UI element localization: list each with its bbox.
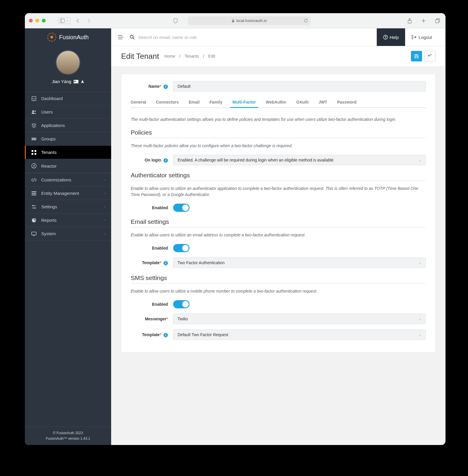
svg-rect-17 [35,153,36,155]
tab-password[interactable]: Password [337,97,357,107]
sidebar-item-reactor[interactable]: Reactor [25,159,111,173]
share-icon[interactable] [406,18,413,24]
info-icon[interactable]: i [164,333,168,337]
refresh-icon[interactable] [304,18,308,23]
footer: © FusionAuth 2023 FusionAuth™ version 1.… [25,427,111,445]
svg-rect-14 [32,150,33,152]
url-bar[interactable]: local.fusionauth.io [102,16,396,25]
info-icon[interactable]: i [164,261,168,265]
back-button[interactable] [424,51,436,61]
nav-back-icon[interactable] [74,18,82,24]
maximize-window-icon[interactable] [42,19,46,23]
tab-multi-factor[interactable]: Multi-Factor [233,97,256,107]
sidebar-item-label: Reactor [41,164,57,169]
groups-icon [31,137,37,141]
sidebar-item-label: Dashboard [41,96,63,101]
auth-enabled-toggle[interactable] [173,204,190,212]
footer-copyright: © FusionAuth 2023 [28,430,108,436]
new-tab-icon[interactable] [420,18,427,24]
svg-point-11 [35,110,36,111]
tab-oauth[interactable]: OAuth [296,97,309,107]
logout-label: Logout [419,35,432,40]
email-enabled-toggle[interactable] [173,244,190,252]
breadcrumb-item[interactable]: Home [164,54,175,59]
sidebar-toggle-group[interactable]: ⌄ [58,18,70,24]
sidebar-item-users[interactable]: Users [25,105,111,119]
tabs-icon[interactable] [434,18,441,24]
chevron-down-icon: ⌄ [419,158,421,162]
minimize-window-icon[interactable] [35,19,39,23]
sidebar-item-system[interactable]: System‹ [25,227,111,240]
sidebar-item-settings[interactable]: Settings‹ [25,200,111,214]
sidebar: FusionAuth Jian Yáng DashboardUsersAppli… [25,28,111,445]
close-window-icon[interactable] [29,19,33,23]
sidebar-item-customizations[interactable]: Customizations‹ [25,173,111,187]
svg-rect-13 [32,139,36,140]
tabs: GeneralConnectorsEmailFamilyMulti-Factor… [131,97,426,108]
search-input[interactable] [138,35,226,40]
sms-template-label: Template* i [131,332,173,337]
reports-icon [31,218,37,223]
sms-enabled-label: Enabled [131,302,173,307]
page-title: Edit Tenant [121,52,159,61]
page-header: Edit Tenant Home/Tenants/Edit [111,46,445,66]
apps-icon [31,123,37,128]
sms-template-select[interactable]: Default Two Factor Request ⌄ [173,329,426,340]
chevron-left-icon: ‹ [104,192,105,195]
authenticator-desc: Enable to allow users to utilize an auth… [131,185,426,198]
chevron-down-icon: ⌄ [419,317,421,321]
breadcrumb-item[interactable]: Tenants [185,54,199,59]
svg-line-33 [133,38,134,39]
topbar: ? Help Logout [111,28,445,46]
email-heading: Email settings [131,218,426,227]
sidebar-item-dashboard[interactable]: Dashboard [25,92,111,105]
info-icon[interactable]: i [164,85,168,89]
tab-webauthn[interactable]: WebAuthn [266,97,286,107]
reactor-icon [31,163,37,169]
id-card-icon[interactable] [74,80,78,83]
shield-icon[interactable] [173,18,178,23]
sidebar-item-entity-management[interactable]: Entity Management‹ [25,187,111,200]
email-template-select[interactable]: Two Factor Authentication ⌄ [173,257,426,268]
tab-email[interactable]: Email [189,97,199,107]
logout-button[interactable]: Logout [405,28,438,46]
svg-rect-27 [32,232,36,235]
sidebar-item-label: Applications [41,123,65,128]
sidebar-item-label: Customizations [41,177,71,182]
nav: DashboardUsersApplicationsGroupsTenantsR… [25,92,111,240]
chevron-down-icon: ⌄ [419,333,421,337]
sidebar-item-label: Users [41,109,53,114]
name-input[interactable]: Default [173,81,426,92]
sms-enabled-toggle[interactable] [173,300,190,308]
sidebar-item-tenants[interactable]: Tenants [25,146,111,159]
user-name: Jian Yáng [52,79,71,84]
logout-icon [412,35,416,39]
browser-toolbar: ⌄ local.fusionauth.io [25,13,445,28]
svg-rect-29 [118,35,122,36]
tab-general[interactable]: General [131,97,146,107]
save-button[interactable] [411,51,422,61]
sidebar-item-label: System [41,231,56,236]
sidebar-item-reports[interactable]: Reports‹ [25,214,111,227]
dashboard-icon [31,96,37,101]
chevron-left-icon: ‹ [104,219,105,222]
chevron-left-icon: ‹ [104,178,105,181]
nav-forward-icon[interactable] [85,18,93,24]
avatar[interactable] [56,50,80,75]
chevron-left-icon: ‹ [104,205,105,208]
collapse-sidebar-icon[interactable] [118,35,123,39]
sms-messenger-label: Messenger* [131,317,173,321]
url-text: local.fusionauth.io [236,18,267,23]
chevron-down-icon: ⌄ [419,261,421,265]
sms-messenger-select[interactable]: Twilio ⌄ [173,314,426,324]
sidebar-item-groups[interactable]: Groups [25,132,111,146]
tab-jwt[interactable]: JWT [319,97,327,107]
info-icon[interactable]: i [164,158,168,163]
tab-connectors[interactable]: Connectors [156,97,179,107]
help-button[interactable]: ? Help [377,28,405,46]
location-icon[interactable] [81,80,84,84]
sidebar-item-applications[interactable]: Applications [25,119,111,132]
tab-family[interactable]: Family [209,97,222,107]
help-label: Help [390,35,399,40]
on-login-select[interactable]: Enabled. A challenge will be required du… [173,155,426,165]
